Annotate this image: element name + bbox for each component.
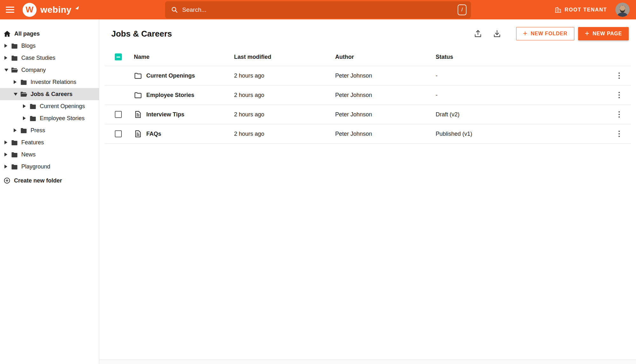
- folder-icon: [11, 42, 18, 50]
- sidebar-folder-item[interactable]: Jobs & Careers: [0, 88, 99, 100]
- kebab-menu-icon[interactable]: [616, 70, 622, 81]
- column-header-author[interactable]: Author: [335, 54, 436, 60]
- sidebar-folder-item[interactable]: News: [0, 148, 99, 161]
- page-title: Jobs & Careers: [111, 29, 172, 39]
- kebab-menu-icon[interactable]: [616, 109, 622, 120]
- sidebar-folder-item[interactable]: Press: [0, 124, 99, 136]
- logo-text: webiny: [40, 5, 72, 14]
- sidebar-item-label: Blogs: [21, 43, 36, 49]
- table-row[interactable]: Interview Tips 2 hours ago Peter Johnson…: [105, 105, 631, 124]
- chevron-icon[interactable]: [23, 116, 27, 121]
- folder-icon: [11, 151, 18, 158]
- chevron-icon[interactable]: [23, 104, 27, 109]
- download-icon: [493, 29, 501, 38]
- kebab-menu-icon[interactable]: [616, 90, 622, 101]
- chevron-icon[interactable]: [4, 43, 8, 48]
- new-folder-label: NEW FOLDER: [531, 31, 568, 37]
- row-name: FAQs: [146, 131, 161, 137]
- folder-icon: [134, 72, 142, 80]
- sidebar-tree: Blogs Case Studies Company: [0, 40, 99, 173]
- row-author: Peter Johnson: [335, 131, 436, 137]
- export-button[interactable]: [492, 29, 502, 39]
- column-header-name[interactable]: Name: [134, 54, 234, 60]
- upload-icon: [474, 29, 482, 38]
- sidebar-item-label: News: [21, 151, 36, 158]
- row-last-modified: 2 hours ago: [234, 131, 335, 137]
- chevron-icon[interactable]: [4, 67, 8, 72]
- folders-sidebar: All pages Blogs Case S: [0, 19, 99, 364]
- row-author: Peter Johnson: [335, 92, 436, 99]
- folder-icon: [20, 79, 27, 86]
- row-last-modified: 2 hours ago: [234, 92, 335, 99]
- sidebar-item-label: Company: [21, 67, 46, 73]
- sidebar-folder-item[interactable]: Blogs: [0, 40, 99, 52]
- chevron-icon[interactable]: [4, 55, 8, 60]
- select-all-checkbox[interactable]: [115, 53, 122, 60]
- folder-icon: [11, 139, 18, 146]
- sidebar-folder-item[interactable]: Employee Stories: [0, 112, 99, 124]
- sidebar-folder-item[interactable]: Current Openings: [0, 100, 99, 112]
- pages-table-body: Current Openings 2 hours ago Peter Johns…: [105, 66, 631, 144]
- tenant-selector[interactable]: ROOT TENANT: [555, 6, 607, 13]
- chevron-icon[interactable]: [4, 164, 8, 169]
- sidebar-item-label: Case Studies: [21, 55, 55, 61]
- top-bar: W webiny / ROOT TENANT: [0, 0, 636, 19]
- plus-icon: +: [523, 30, 528, 37]
- table-row[interactable]: Current Openings 2 hours ago Peter Johns…: [105, 66, 631, 86]
- chevron-icon[interactable]: [4, 140, 8, 145]
- page-icon: [134, 110, 142, 119]
- sidebar-item-label: Playground: [21, 163, 50, 170]
- building-icon: [555, 6, 562, 13]
- page-icon: [134, 130, 142, 138]
- folder-icon: [11, 163, 18, 170]
- column-header-last-modified[interactable]: Last modified: [234, 54, 335, 60]
- sidebar-folder-item[interactable]: Company: [0, 64, 99, 76]
- sidebar-item-label: Employee Stories: [40, 115, 85, 122]
- new-folder-button[interactable]: + NEW FOLDER: [516, 27, 575, 40]
- sidebar-folder-item[interactable]: Investor Relations: [0, 76, 99, 88]
- sidebar-item-label: Investor Relations: [31, 79, 76, 86]
- plus-icon: +: [585, 30, 589, 37]
- table-row[interactable]: Employee Stories 2 hours ago Peter Johns…: [105, 86, 631, 105]
- pages-table: Name Last modified Author Status Current: [105, 48, 631, 144]
- sidebar-folder-item[interactable]: Features: [0, 136, 99, 148]
- row-status: -: [436, 92, 607, 99]
- import-button[interactable]: [473, 29, 483, 39]
- row-name: Current Openings: [146, 72, 195, 79]
- sidebar-folder-item[interactable]: Case Studies: [0, 52, 99, 64]
- row-last-modified: 2 hours ago: [234, 111, 335, 118]
- row-name: Interview Tips: [146, 111, 184, 118]
- sidebar-item-all-pages[interactable]: All pages: [0, 28, 99, 40]
- row-checkbox[interactable]: [115, 111, 122, 118]
- chevron-icon[interactable]: [14, 79, 17, 85]
- sidebar-item-label: Features: [21, 139, 44, 146]
- kebab-menu-icon[interactable]: [616, 128, 622, 140]
- row-name: Employee Stories: [146, 92, 194, 99]
- table-header-row: Name Last modified Author Status: [105, 48, 631, 66]
- new-page-button[interactable]: + NEW PAGE: [578, 27, 629, 40]
- search-input[interactable]: [182, 6, 453, 13]
- sidebar-item-label: Press: [31, 127, 45, 134]
- sidebar-item-label: Current Openings: [40, 103, 85, 110]
- chevron-icon[interactable]: [4, 152, 8, 157]
- folder-icon: [29, 103, 37, 110]
- content-footer-bar: [100, 360, 636, 364]
- avatar-image: [615, 3, 630, 17]
- chevron-icon[interactable]: [14, 92, 17, 97]
- row-checkbox[interactable]: [115, 130, 122, 137]
- table-row[interactable]: FAQs 2 hours ago Peter Johnson Published…: [105, 124, 631, 144]
- sidebar-folder-item[interactable]: Playground: [0, 161, 99, 173]
- search-bar[interactable]: /: [165, 1, 471, 18]
- chevron-icon[interactable]: [14, 128, 17, 133]
- user-avatar[interactable]: [615, 3, 630, 17]
- webiny-logo[interactable]: W webiny: [23, 3, 79, 17]
- webiny-logo-icon: W: [23, 3, 37, 17]
- logo-flag-icon: [75, 5, 79, 10]
- folder-icon: [29, 115, 37, 122]
- create-new-folder-button[interactable]: Create new folder: [0, 175, 99, 187]
- row-author: Peter Johnson: [335, 72, 436, 79]
- folder-icon: [134, 91, 142, 99]
- hamburger-menu-icon[interactable]: [6, 7, 14, 13]
- column-header-status[interactable]: Status: [436, 54, 607, 60]
- sidebar-item-label: Jobs & Careers: [31, 91, 73, 98]
